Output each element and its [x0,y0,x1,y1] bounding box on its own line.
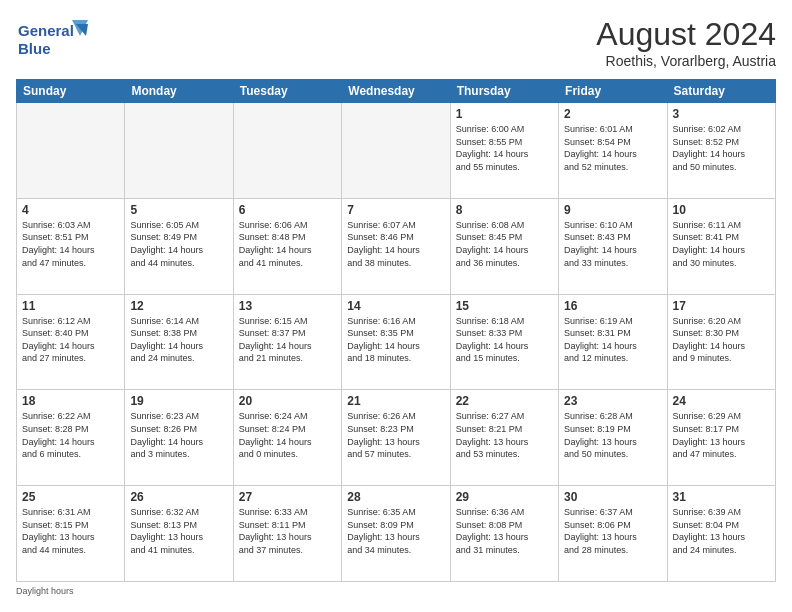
day-cell: 14Sunrise: 6:16 AM Sunset: 8:35 PM Dayli… [342,294,450,390]
day-info: Sunrise: 6:05 AM Sunset: 8:49 PM Dayligh… [130,219,227,269]
day-cell: 9Sunrise: 6:10 AM Sunset: 8:43 PM Daylig… [559,198,667,294]
day-cell: 31Sunrise: 6:39 AM Sunset: 8:04 PM Dayli… [667,486,775,582]
day-number: 22 [456,394,553,408]
day-cell: 19Sunrise: 6:23 AM Sunset: 8:26 PM Dayli… [125,390,233,486]
day-cell: 28Sunrise: 6:35 AM Sunset: 8:09 PM Dayli… [342,486,450,582]
day-cell: 3Sunrise: 6:02 AM Sunset: 8:52 PM Daylig… [667,103,775,199]
day-cell [17,103,125,199]
header: General Blue August 2024 Roethis, Vorarl… [16,16,776,69]
day-cell: 6Sunrise: 6:06 AM Sunset: 8:48 PM Daylig… [233,198,341,294]
day-number: 11 [22,299,119,313]
day-cell: 18Sunrise: 6:22 AM Sunset: 8:28 PM Dayli… [17,390,125,486]
day-info: Sunrise: 6:02 AM Sunset: 8:52 PM Dayligh… [673,123,770,173]
day-info: Sunrise: 6:27 AM Sunset: 8:21 PM Dayligh… [456,410,553,460]
day-number: 6 [239,203,336,217]
svg-text:General: General [18,22,74,39]
day-info: Sunrise: 6:37 AM Sunset: 8:06 PM Dayligh… [564,506,661,556]
day-number: 4 [22,203,119,217]
week-row-3: 11Sunrise: 6:12 AM Sunset: 8:40 PM Dayli… [17,294,776,390]
day-number: 7 [347,203,444,217]
day-number: 29 [456,490,553,504]
day-cell: 10Sunrise: 6:11 AM Sunset: 8:41 PM Dayli… [667,198,775,294]
header-row: SundayMondayTuesdayWednesdayThursdayFrid… [17,80,776,103]
day-number: 18 [22,394,119,408]
day-cell: 15Sunrise: 6:18 AM Sunset: 8:33 PM Dayli… [450,294,558,390]
day-number: 8 [456,203,553,217]
day-number: 20 [239,394,336,408]
col-header-monday: Monday [125,80,233,103]
day-number: 10 [673,203,770,217]
day-number: 24 [673,394,770,408]
day-info: Sunrise: 6:39 AM Sunset: 8:04 PM Dayligh… [673,506,770,556]
col-header-tuesday: Tuesday [233,80,341,103]
day-number: 3 [673,107,770,121]
day-info: Sunrise: 6:18 AM Sunset: 8:33 PM Dayligh… [456,315,553,365]
day-number: 9 [564,203,661,217]
day-cell: 13Sunrise: 6:15 AM Sunset: 8:37 PM Dayli… [233,294,341,390]
day-cell: 11Sunrise: 6:12 AM Sunset: 8:40 PM Dayli… [17,294,125,390]
day-info: Sunrise: 6:07 AM Sunset: 8:46 PM Dayligh… [347,219,444,269]
day-cell: 21Sunrise: 6:26 AM Sunset: 8:23 PM Dayli… [342,390,450,486]
day-info: Sunrise: 6:06 AM Sunset: 8:48 PM Dayligh… [239,219,336,269]
day-cell: 29Sunrise: 6:36 AM Sunset: 8:08 PM Dayli… [450,486,558,582]
footer-note: Daylight hours [16,586,776,596]
day-number: 16 [564,299,661,313]
day-number: 12 [130,299,227,313]
day-cell: 30Sunrise: 6:37 AM Sunset: 8:06 PM Dayli… [559,486,667,582]
day-number: 14 [347,299,444,313]
day-number: 15 [456,299,553,313]
col-header-sunday: Sunday [17,80,125,103]
day-info: Sunrise: 6:11 AM Sunset: 8:41 PM Dayligh… [673,219,770,269]
location-subtitle: Roethis, Vorarlberg, Austria [596,53,776,69]
week-row-1: 1Sunrise: 6:00 AM Sunset: 8:55 PM Daylig… [17,103,776,199]
day-number: 31 [673,490,770,504]
day-cell: 26Sunrise: 6:32 AM Sunset: 8:13 PM Dayli… [125,486,233,582]
week-row-4: 18Sunrise: 6:22 AM Sunset: 8:28 PM Dayli… [17,390,776,486]
day-number: 30 [564,490,661,504]
col-header-wednesday: Wednesday [342,80,450,103]
col-header-friday: Friday [559,80,667,103]
day-info: Sunrise: 6:33 AM Sunset: 8:11 PM Dayligh… [239,506,336,556]
day-cell: 20Sunrise: 6:24 AM Sunset: 8:24 PM Dayli… [233,390,341,486]
day-number: 26 [130,490,227,504]
day-cell: 23Sunrise: 6:28 AM Sunset: 8:19 PM Dayli… [559,390,667,486]
day-cell: 17Sunrise: 6:20 AM Sunset: 8:30 PM Dayli… [667,294,775,390]
day-cell: 24Sunrise: 6:29 AM Sunset: 8:17 PM Dayli… [667,390,775,486]
day-cell: 12Sunrise: 6:14 AM Sunset: 8:38 PM Dayli… [125,294,233,390]
day-number: 13 [239,299,336,313]
day-number: 1 [456,107,553,121]
day-number: 28 [347,490,444,504]
day-cell: 8Sunrise: 6:08 AM Sunset: 8:45 PM Daylig… [450,198,558,294]
day-number: 27 [239,490,336,504]
day-cell: 1Sunrise: 6:00 AM Sunset: 8:55 PM Daylig… [450,103,558,199]
day-info: Sunrise: 6:22 AM Sunset: 8:28 PM Dayligh… [22,410,119,460]
month-title: August 2024 [596,16,776,53]
week-row-5: 25Sunrise: 6:31 AM Sunset: 8:15 PM Dayli… [17,486,776,582]
day-cell: 5Sunrise: 6:05 AM Sunset: 8:49 PM Daylig… [125,198,233,294]
day-info: Sunrise: 6:16 AM Sunset: 8:35 PM Dayligh… [347,315,444,365]
day-info: Sunrise: 6:31 AM Sunset: 8:15 PM Dayligh… [22,506,119,556]
day-cell: 25Sunrise: 6:31 AM Sunset: 8:15 PM Dayli… [17,486,125,582]
day-info: Sunrise: 6:24 AM Sunset: 8:24 PM Dayligh… [239,410,336,460]
day-info: Sunrise: 6:01 AM Sunset: 8:54 PM Dayligh… [564,123,661,173]
day-cell: 22Sunrise: 6:27 AM Sunset: 8:21 PM Dayli… [450,390,558,486]
day-info: Sunrise: 6:26 AM Sunset: 8:23 PM Dayligh… [347,410,444,460]
day-cell [125,103,233,199]
day-info: Sunrise: 6:28 AM Sunset: 8:19 PM Dayligh… [564,410,661,460]
page: General Blue August 2024 Roethis, Vorarl… [0,0,792,612]
day-cell: 7Sunrise: 6:07 AM Sunset: 8:46 PM Daylig… [342,198,450,294]
day-number: 21 [347,394,444,408]
day-number: 2 [564,107,661,121]
day-number: 5 [130,203,227,217]
day-info: Sunrise: 6:12 AM Sunset: 8:40 PM Dayligh… [22,315,119,365]
title-block: August 2024 Roethis, Vorarlberg, Austria [596,16,776,69]
svg-text:Blue: Blue [18,40,51,57]
week-row-2: 4Sunrise: 6:03 AM Sunset: 8:51 PM Daylig… [17,198,776,294]
day-info: Sunrise: 6:15 AM Sunset: 8:37 PM Dayligh… [239,315,336,365]
day-info: Sunrise: 6:32 AM Sunset: 8:13 PM Dayligh… [130,506,227,556]
day-number: 25 [22,490,119,504]
day-info: Sunrise: 6:03 AM Sunset: 8:51 PM Dayligh… [22,219,119,269]
col-header-saturday: Saturday [667,80,775,103]
day-info: Sunrise: 6:00 AM Sunset: 8:55 PM Dayligh… [456,123,553,173]
day-info: Sunrise: 6:23 AM Sunset: 8:26 PM Dayligh… [130,410,227,460]
